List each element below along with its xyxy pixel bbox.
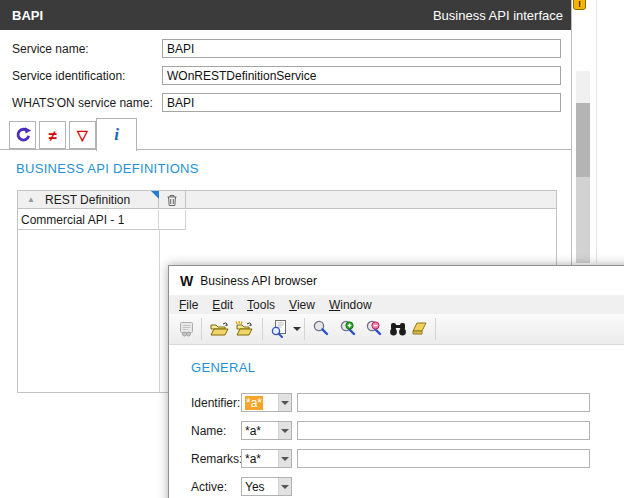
background-scrollbar-lower[interactable] (576, 177, 590, 263)
sort-ascending-icon: ▲ (27, 195, 35, 204)
zoom-out-icon (364, 319, 384, 339)
toolbar-separator (435, 318, 436, 340)
name-filter-combo[interactable]: *a* (241, 421, 292, 440)
open-new-button[interactable] (234, 319, 254, 339)
remarks-filter-combo[interactable]: *a* (241, 449, 292, 468)
active-label: Active: (191, 480, 227, 494)
form-search-icon (269, 319, 289, 339)
background-scrollbar-thumb[interactable] (576, 103, 590, 177)
whatson-service-name-input[interactable] (162, 93, 561, 112)
background-window-edge (596, 0, 597, 263)
menu-window[interactable]: Window (323, 297, 378, 313)
zoom-in-button[interactable] (338, 319, 358, 339)
screen: { "bapi_window": { "title": "BAPI", "sub… (0, 0, 624, 498)
filter-corner-icon (151, 191, 159, 199)
open-button[interactable] (210, 319, 230, 339)
not-equal-icon: ≠ (48, 127, 56, 144)
zoom-icon (311, 319, 331, 339)
name-label: Name: (191, 424, 226, 438)
grid-header-row: ▲ REST Definition (18, 191, 556, 209)
name-input[interactable] (297, 421, 590, 440)
toolbar (169, 314, 624, 345)
browser-titlebar[interactable]: W Business API browser (169, 266, 624, 295)
open-folder-new-icon (234, 320, 254, 338)
grid-row[interactable]: Commercial API - 1 (18, 210, 186, 230)
tab-not-equal[interactable]: ≠ (39, 121, 66, 149)
report-disabled-icon (178, 320, 196, 338)
form-search-dropdown-icon[interactable] (293, 327, 301, 331)
find-button[interactable] (388, 319, 408, 339)
window-subtitle: Business API interface (433, 8, 563, 23)
remarks-filter-value[interactable]: *a* (242, 450, 278, 467)
zoom-out-button[interactable] (364, 319, 384, 339)
service-name-input[interactable] (162, 39, 561, 58)
grid-column-delete[interactable] (159, 191, 186, 209)
grid-column-separator (159, 230, 160, 392)
report-disabled-button[interactable] (177, 319, 197, 339)
zoom-in-icon (338, 319, 358, 339)
binoculars-icon (388, 320, 408, 338)
grid-column-label: REST Definition (45, 193, 130, 207)
toolbar-separator (304, 318, 305, 340)
menu-tools[interactable]: Tools (241, 297, 281, 313)
dropdown-arrow-icon[interactable] (278, 478, 291, 495)
tab-validation[interactable]: ▽ (69, 121, 96, 149)
menu-view[interactable]: View (283, 297, 321, 313)
menu-file[interactable]: File (173, 297, 204, 313)
remarks-label: Remarks: (191, 452, 242, 466)
grid-cell-rest-definition[interactable]: Commercial API - 1 (18, 210, 159, 230)
identifier-filter-combo[interactable]: *a* (241, 393, 292, 412)
dropdown-arrow-icon[interactable] (278, 394, 291, 411)
identifier-input[interactable] (297, 393, 590, 412)
dropdown-arrow-icon[interactable] (278, 422, 291, 439)
window-title: BAPI (12, 8, 433, 23)
service-identification-input[interactable] (162, 66, 561, 85)
identifier-filter-value[interactable]: *a* (242, 394, 278, 411)
tab-refresh[interactable] (9, 121, 36, 149)
toolbar-separator (262, 318, 263, 340)
trash-icon (166, 194, 178, 207)
whatson-service-name-label: WHATS'ON service name: (12, 96, 153, 110)
service-identification-label: Service identification: (12, 69, 125, 83)
menu-edit[interactable]: Edit (206, 297, 239, 313)
grid-cell-delete[interactable] (159, 210, 186, 230)
business-api-browser-window: W Business API browser File Edit Tools V… (168, 265, 624, 498)
tabstrip-divider (0, 149, 572, 150)
identifier-label: Identifier: (191, 396, 240, 410)
dropdown-arrow-icon[interactable] (278, 450, 291, 467)
general-heading: GENERAL (191, 360, 255, 375)
toolbar-separator (201, 318, 202, 340)
form-search-button[interactable] (269, 319, 289, 339)
service-name-label: Service name: (12, 42, 89, 56)
tab-info-selected[interactable]: i (96, 118, 137, 151)
menubar: File Edit Tools View Window (169, 295, 624, 314)
active-value[interactable]: Yes (242, 478, 278, 495)
eraser-button[interactable] (411, 319, 431, 339)
whatson-logo-icon: W (180, 273, 192, 289)
zoom-button[interactable] (311, 319, 331, 339)
refresh-icon (14, 126, 32, 144)
name-filter-value[interactable]: *a* (242, 422, 278, 439)
info-icon: i (114, 125, 119, 145)
triangle-down-icon: ▽ (77, 127, 88, 143)
active-combo[interactable]: Yes (241, 477, 292, 496)
remarks-input[interactable] (297, 449, 590, 468)
warning-icon: ! (573, 0, 586, 10)
eraser-icon (411, 320, 431, 338)
open-folder-icon (210, 320, 230, 338)
grid-column-rest-definition[interactable]: ▲ REST Definition (18, 191, 159, 209)
browser-window-title: Business API browser (200, 274, 317, 288)
business-api-definitions-heading: BUSINESS API DEFINITIONS (16, 161, 199, 176)
bapi-titlebar[interactable]: BAPI Business API interface (0, 0, 571, 30)
